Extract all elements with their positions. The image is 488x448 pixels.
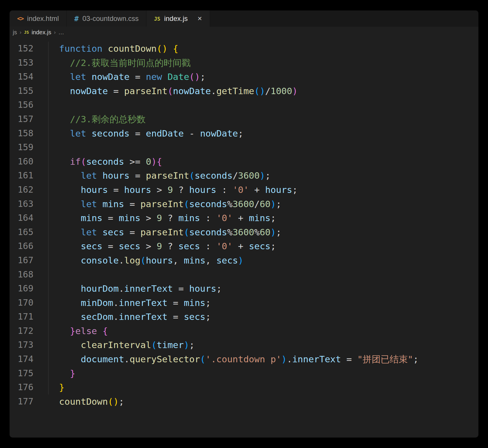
code-text: let mins = parseInt(seconds%3600/60); bbox=[33, 197, 281, 211]
code-text: secDom.innerText = secs; bbox=[33, 310, 211, 324]
line-number: 166 bbox=[10, 239, 33, 253]
line-number: 167 bbox=[10, 253, 33, 268]
code-line[interactable]: 172 }else { bbox=[10, 324, 478, 338]
code-line[interactable]: 163 let mins = parseInt(seconds%3600/60)… bbox=[10, 197, 478, 211]
code-line[interactable]: 177 countDown(); bbox=[10, 395, 478, 409]
line-number: 169 bbox=[10, 282, 33, 296]
code-text: minDom.innerText = mins; bbox=[33, 296, 211, 310]
line-number: 154 bbox=[10, 70, 33, 84]
code-lines: 152 function countDown() {153 //2.获取当前时间… bbox=[10, 42, 478, 408]
vscode-window: <> index.html # 03-countdown.css JS inde… bbox=[10, 10, 478, 438]
code-text: hours = hours > 9 ? hours : '0' + hours; bbox=[33, 183, 298, 197]
code-text: let nowDate = new Date(); bbox=[33, 70, 205, 84]
code-line[interactable]: 155 nowDate = parseInt(nowDate.getTime()… bbox=[10, 84, 478, 98]
line-number: 157 bbox=[10, 112, 33, 126]
code-line[interactable]: 162 hours = hours > 9 ? hours : '0' + ho… bbox=[10, 183, 478, 197]
tab-label: 03-countdown.css bbox=[82, 15, 139, 23]
code-line[interactable]: 166 secs = secs > 9 ? secs : '0' + secs; bbox=[10, 239, 478, 253]
breadcrumb-file[interactable]: index.js bbox=[32, 29, 51, 36]
code-text: } bbox=[33, 366, 75, 381]
indent-guide bbox=[48, 42, 49, 395]
code-line[interactable]: 175 } bbox=[10, 366, 478, 381]
code-line[interactable]: 164 mins = mins > 9 ? mins : '0' + mins; bbox=[10, 211, 478, 225]
code-text: //2.获取当前时间点的时间戳 bbox=[33, 56, 191, 70]
line-number: 176 bbox=[10, 380, 33, 395]
js-file-icon: JS bbox=[154, 16, 160, 22]
line-number: 177 bbox=[10, 395, 33, 409]
line-number: 155 bbox=[10, 84, 33, 98]
code-line[interactable]: 168 bbox=[10, 268, 478, 282]
code-text bbox=[33, 140, 48, 155]
js-file-icon: JS bbox=[24, 30, 29, 35]
code-text: document.querySelector('.countdown p').i… bbox=[33, 352, 419, 366]
code-text: let secs = parseInt(seconds%3600%60); bbox=[33, 225, 281, 239]
code-line[interactable]: 158 let seconds = endDate - nowDate; bbox=[10, 126, 478, 141]
html-file-icon: <> bbox=[17, 15, 23, 22]
css-file-icon: # bbox=[74, 15, 79, 23]
code-line[interactable]: 167 console.log(hours, mins, secs) bbox=[10, 253, 478, 268]
line-number: 172 bbox=[10, 324, 33, 338]
code-text: nowDate = parseInt(nowDate.getTime()/100… bbox=[33, 84, 298, 98]
code-text: if(seconds >= 0){ bbox=[33, 155, 162, 169]
line-number: 162 bbox=[10, 183, 33, 197]
code-line[interactable]: 169 hourDom.innerText = hours; bbox=[10, 282, 478, 296]
code-line[interactable]: 159 bbox=[10, 140, 478, 155]
code-text: secs = secs > 9 ? secs : '0' + secs; bbox=[33, 239, 276, 253]
code-text: clearInterval(timer); bbox=[33, 338, 195, 352]
chevron-right-icon: › bbox=[19, 29, 21, 35]
code-text: function countDown() { bbox=[33, 42, 178, 56]
code-text bbox=[33, 268, 48, 282]
breadcrumb-ellipsis[interactable]: … bbox=[58, 29, 64, 36]
code-line[interactable]: 170 minDom.innerText = mins; bbox=[10, 296, 478, 310]
tab-index-js[interactable]: JS index.js ✕ bbox=[146, 10, 210, 27]
code-line[interactable]: 161 let hours = parseInt(seconds/3600); bbox=[10, 169, 478, 183]
line-number: 160 bbox=[10, 155, 33, 169]
code-text: //3.剩余的总秒数 bbox=[33, 112, 146, 126]
code-line[interactable]: 171 secDom.innerText = secs; bbox=[10, 310, 478, 324]
line-number: 163 bbox=[10, 197, 33, 211]
line-number: 165 bbox=[10, 225, 33, 239]
code-text: let hours = parseInt(seconds/3600); bbox=[33, 169, 270, 183]
code-line[interactable]: 165 let secs = parseInt(seconds%3600%60)… bbox=[10, 225, 478, 239]
line-number: 168 bbox=[10, 268, 33, 282]
line-number: 158 bbox=[10, 126, 33, 141]
tab-bar: <> index.html # 03-countdown.css JS inde… bbox=[10, 10, 478, 27]
code-text: let seconds = endDate - nowDate; bbox=[33, 126, 243, 141]
code-text: console.log(hours, mins, secs) bbox=[33, 253, 243, 268]
code-line[interactable]: 156 bbox=[10, 98, 478, 112]
tab-index-html[interactable]: <> index.html bbox=[10, 10, 67, 27]
code-text: } bbox=[33, 380, 64, 395]
code-text: hourDom.innerText = hours; bbox=[33, 282, 222, 296]
code-text bbox=[33, 98, 48, 112]
code-line[interactable]: 176 } bbox=[10, 380, 478, 395]
code-line[interactable]: 160 if(seconds >= 0){ bbox=[10, 155, 478, 169]
code-line[interactable]: 173 clearInterval(timer); bbox=[10, 338, 478, 352]
code-line[interactable]: 157 //3.剩余的总秒数 bbox=[10, 112, 478, 126]
editor[interactable]: 152 function countDown() {153 //2.获取当前时间… bbox=[10, 38, 478, 408]
tab-03-countdown-css[interactable]: # 03-countdown.css bbox=[67, 10, 147, 27]
line-number: 159 bbox=[10, 140, 33, 155]
chevron-right-icon: › bbox=[54, 29, 55, 35]
line-number: 175 bbox=[10, 366, 33, 381]
tab-label: index.js bbox=[164, 15, 188, 23]
code-line[interactable]: 154 let nowDate = new Date(); bbox=[10, 70, 478, 84]
code-text: countDown(); bbox=[33, 395, 124, 409]
breadcrumb-folder[interactable]: js bbox=[13, 29, 17, 36]
line-number: 173 bbox=[10, 338, 33, 352]
line-number: 170 bbox=[10, 296, 33, 310]
line-number: 161 bbox=[10, 169, 33, 183]
line-number: 153 bbox=[10, 56, 33, 70]
tab-label: index.html bbox=[27, 15, 59, 23]
code-text: mins = mins > 9 ? mins : '0' + mins; bbox=[33, 211, 276, 225]
code-line[interactable]: 174 document.querySelector('.countdown p… bbox=[10, 352, 478, 366]
line-number: 171 bbox=[10, 310, 33, 324]
code-text: }else { bbox=[33, 324, 108, 338]
close-icon[interactable]: ✕ bbox=[197, 15, 202, 22]
code-line[interactable]: 153 //2.获取当前时间点的时间戳 bbox=[10, 56, 478, 70]
code-line[interactable]: 152 function countDown() { bbox=[10, 42, 478, 56]
line-number: 164 bbox=[10, 211, 33, 225]
line-number: 156 bbox=[10, 98, 33, 112]
breadcrumb: js › JS index.js › … bbox=[10, 27, 478, 38]
line-number: 152 bbox=[10, 42, 33, 56]
line-number: 174 bbox=[10, 352, 33, 366]
